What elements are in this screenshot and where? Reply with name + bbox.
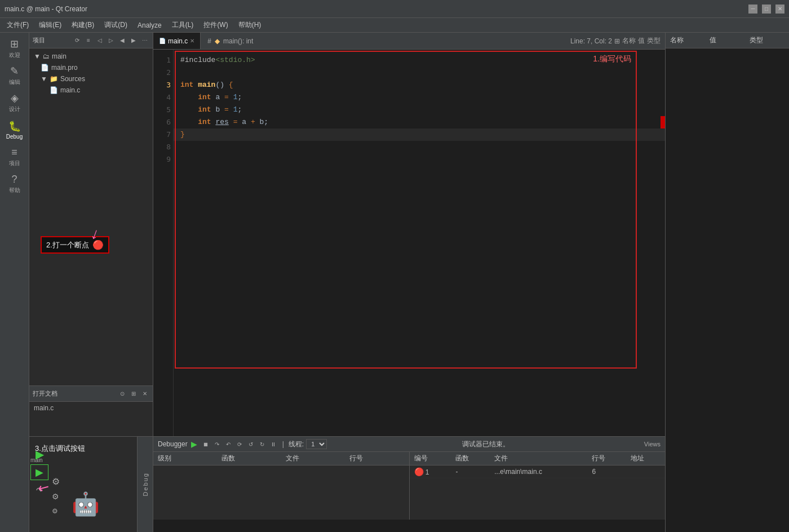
- tab-label: main.c: [168, 37, 188, 45]
- bp-col-func: 函数: [451, 452, 490, 466]
- breadcrumb-area: # ◆ main(): int: [201, 33, 566, 49]
- tree-item-mainpro[interactable]: 📄 main.pro: [29, 62, 153, 73]
- bp-col-num: 编号: [410, 452, 451, 466]
- titlebar: main.c @ main - Qt Creator ─ □ ✕: [0, 0, 789, 18]
- open-docs-sort[interactable]: ⊙: [118, 389, 127, 398]
- line-num-9: 9: [156, 153, 171, 166]
- help-icon: ?: [11, 174, 17, 185]
- menu-tools[interactable]: 工具(L): [167, 19, 198, 31]
- dbg-start[interactable]: ▶: [190, 440, 199, 449]
- line-num-7: 7: [156, 128, 171, 141]
- more-options[interactable]: ⋯: [140, 36, 149, 45]
- expand-button[interactable]: ▷: [107, 36, 116, 45]
- tree-icon-mainc: 📄: [50, 86, 58, 94]
- dbg-step[interactable]: ↷: [212, 440, 221, 449]
- dbg-step2[interactable]: ↶: [224, 440, 233, 449]
- open-docs-toolbar: 打开文档 ⊙ ⊞ ✕: [29, 386, 153, 402]
- debug-icon: 🐛: [8, 120, 21, 132]
- close-button[interactable]: ✕: [775, 5, 784, 14]
- open-doc-item-mainc[interactable]: main.c: [34, 404, 148, 412]
- debug-status: 调试器已结束。: [329, 440, 642, 449]
- right-panel-header: 名称 值 类型: [666, 33, 789, 48]
- dbg-step3[interactable]: ⟳: [235, 440, 244, 449]
- sidebar-item-help-label: 帮助: [9, 187, 20, 194]
- code-line-1: #include<stdio.h>: [180, 54, 658, 66]
- bottom-debug-section: 3.点击调试按钮 main ▶ ▶ ↷ ⚙ ⚙ ⚙ ↙ 🤖: [29, 436, 153, 532]
- filter-button[interactable]: ≡: [84, 36, 93, 45]
- project-icon: ≡: [11, 147, 17, 158]
- bp-line: 6: [587, 466, 626, 478]
- file-tree-toolbar: 项目 ⟳ ≡ ◁ ▷ ◀ ▶ ⋯: [29, 33, 153, 48]
- code-line-3: int main() {: [180, 79, 658, 91]
- position-info: Line: 7, Col: 2 ⊞ 名称 值 类型: [566, 33, 665, 49]
- sync-button[interactable]: ⟳: [73, 36, 82, 45]
- col-func: 函数: [217, 452, 281, 466]
- line-num-5: 5: [156, 104, 171, 116]
- code-editor[interactable]: 1 2 3 4 5 6 7 8 9 1.编写代码: [153, 50, 665, 436]
- nav-next[interactable]: ▶: [129, 36, 138, 45]
- breadcrumb-text: main(): int: [223, 37, 253, 45]
- position-icon: ⊞: [614, 37, 620, 45]
- line-numbers: 1 2 3 4 5 6 7 8 9: [153, 50, 174, 436]
- sidebar-item-debug[interactable]: 🐛 Debug: [1, 116, 28, 143]
- file-tree-title: 项目: [33, 36, 70, 45]
- col-file: 文件: [281, 452, 345, 466]
- prop-value-col: 值: [710, 36, 744, 45]
- open-docs-expand[interactable]: ⊞: [129, 389, 138, 398]
- dbg-break[interactable]: ⏸: [269, 440, 278, 449]
- open-docs-panel: 打开文档 ⊙ ⊞ ✕ main.c: [29, 385, 153, 436]
- debugger-label: Debugger: [158, 440, 188, 448]
- col-line: 行号: [345, 452, 409, 466]
- maximize-button[interactable]: □: [762, 5, 771, 14]
- debug-run-button[interactable]: ▶: [30, 464, 48, 480]
- menu-debug[interactable]: 调试(D): [100, 19, 132, 31]
- tree-item-main-project[interactable]: ▼ 🗂 main: [29, 51, 153, 62]
- debugger-toolbar: Debugger ▶ ⏹ ↷ ↶ ⟳ ↺ ↻ ⏸ | 线程: 1 调试器已结束。…: [153, 436, 665, 452]
- tree-label-sources: Sources: [60, 75, 85, 83]
- sidebar-item-edit[interactable]: ✎ 编辑: [1, 62, 28, 89]
- tab-bar: 📄 main.c ✕ # ◆ main(): int Line: 7, Col:…: [153, 33, 665, 50]
- bp-col-line: 行号: [587, 452, 626, 466]
- thread-select[interactable]: 1: [306, 439, 327, 449]
- debug-panel: 级别 函数 文件 行号 编号 函数: [153, 452, 665, 520]
- bp-dot: 🔴: [414, 467, 424, 476]
- menu-controls[interactable]: 控件(W): [199, 19, 232, 31]
- menu-build[interactable]: 构建(B): [67, 19, 99, 31]
- sidebar-item-welcome[interactable]: ⊞ 欢迎: [1, 35, 28, 62]
- minimize-button[interactable]: ─: [748, 5, 757, 14]
- sidebar-item-design-label: 设计: [9, 105, 20, 113]
- open-docs-list: main.c: [29, 402, 153, 414]
- tree-item-sources[interactable]: ▼ 📁 Sources: [29, 73, 153, 85]
- sidebar-item-project[interactable]: ≡ 项目: [1, 143, 28, 170]
- dbg-stop[interactable]: ⏹: [201, 440, 210, 449]
- debug-left-table: 级别 函数 文件 行号: [153, 452, 410, 520]
- open-docs-close[interactable]: ✕: [140, 389, 149, 398]
- menu-help[interactable]: 帮助(H): [234, 19, 266, 31]
- menu-edit[interactable]: 编辑(E): [34, 19, 66, 31]
- sidebar-item-design[interactable]: ◈ 设计: [1, 89, 28, 116]
- tab-close-button[interactable]: ✕: [190, 38, 194, 44]
- bp-row-1: 🔴 1 - ...e\main\main.c 6: [410, 466, 666, 478]
- bp-file: ...e\main\main.c: [490, 466, 587, 478]
- collapse-button[interactable]: ◁: [95, 36, 104, 45]
- menu-file[interactable]: 文件(F): [2, 19, 33, 31]
- tab-mainc[interactable]: 📄 main.c ✕: [153, 33, 201, 49]
- dbg-continue[interactable]: ↻: [258, 440, 267, 449]
- nav-prev[interactable]: ◀: [118, 36, 127, 45]
- dbg-step4[interactable]: ↺: [246, 440, 255, 449]
- prop-name-col: 名称: [670, 36, 705, 45]
- sidebar-item-welcome-label: 欢迎: [9, 51, 20, 59]
- menu-analyze[interactable]: Analyze: [133, 20, 166, 30]
- file-tree-panel: 项目 ⟳ ≡ ◁ ▷ ◀ ▶ ⋯ ▼ 🗂 main 📄 main.pro: [29, 33, 153, 385]
- code-content[interactable]: #include<stdio.h> int main() { int a = 1…: [174, 50, 665, 170]
- tree-icon-mainpro: 📄: [41, 64, 49, 72]
- sidebar-item-help[interactable]: ? 帮助: [1, 170, 28, 197]
- code-line-6: int res = a + b;: [180, 116, 658, 128]
- debug-side-label: Debug: [137, 437, 153, 532]
- sidebar-item-project-label: 项目: [9, 159, 20, 167]
- tree-item-mainc[interactable]: 📄 main.c: [29, 85, 153, 96]
- types-label: 类型: [647, 36, 661, 46]
- line-num-6: 6: [156, 116, 171, 128]
- project-icon-2: 🗂: [43, 52, 50, 60]
- welcome-icon: ⊞: [10, 38, 19, 50]
